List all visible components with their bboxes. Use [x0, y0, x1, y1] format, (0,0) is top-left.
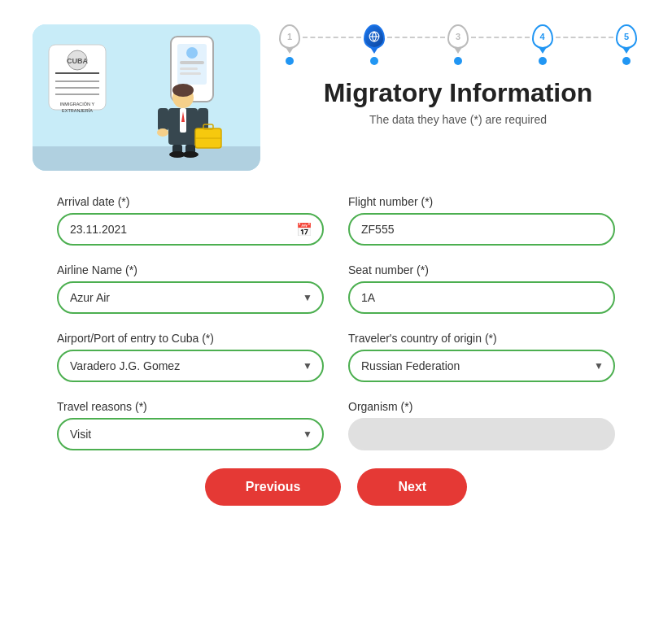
- step-4-dot: [539, 57, 547, 65]
- airport-select-wrapper: Varadero J.G. Gomez Havana José Martí Ho…: [57, 350, 324, 382]
- travel-reasons-label: Travel reasons (*): [57, 400, 324, 413]
- form-row-2: Airline Name (*) Azur Air Aeroflot S7 Ai…: [57, 263, 615, 314]
- form-row-1: Arrival date (*) 📅 Flight number (*): [57, 195, 615, 246]
- illustration: CUBA INMIGRACIÓN Y EXTRANJERÍA: [33, 24, 260, 171]
- page-wrapper: CUBA INMIGRACIÓN Y EXTRANJERÍA: [0, 0, 672, 635]
- svg-rect-16: [180, 67, 198, 70]
- svg-rect-2: [33, 146, 260, 171]
- seat-input[interactable]: [348, 281, 615, 314]
- travel-reasons-select-wrapper: Visit Tourism Business Study ▼: [57, 418, 324, 450]
- connector-1-2: [303, 37, 361, 38]
- connector-2-3: [387, 37, 446, 38]
- step-1: 1: [277, 24, 303, 65]
- svg-point-14: [186, 47, 198, 59]
- airport-group: Airport/Port of entry to Cuba (*) Varade…: [57, 332, 324, 382]
- country-label: Traveler's country of origin (*): [348, 332, 615, 345]
- arrival-date-wrapper: 📅: [57, 213, 324, 246]
- flight-number-input[interactable]: [348, 213, 615, 246]
- arrival-date-label: Arrival date (*): [57, 195, 324, 208]
- step-4-shape: 4: [532, 24, 553, 49]
- organism-label: Organism (*): [348, 400, 615, 413]
- step-1-pin: 1: [277, 24, 303, 54]
- seat-group: Seat number (*): [348, 263, 615, 314]
- right-content: 1: [277, 24, 639, 126]
- step-5: 5: [613, 24, 639, 65]
- step-3-pin: 3: [445, 24, 471, 54]
- connector-4-5: [556, 37, 614, 38]
- step-4-pin: 4: [530, 24, 556, 54]
- form-row-4: Travel reasons (*) Visit Tourism Busines…: [57, 400, 615, 450]
- svg-point-25: [157, 128, 168, 137]
- step-2-shape: [364, 24, 385, 49]
- step-5-pin: 5: [613, 24, 639, 54]
- step-4: 4: [530, 24, 556, 65]
- svg-rect-23: [158, 108, 168, 131]
- organism-group: Organism (*): [348, 400, 615, 450]
- country-select-wrapper: Russian Federation USA Canada Germany Fr…: [348, 350, 615, 382]
- page-title: Migratory Information: [324, 78, 593, 108]
- step-2-dot: [370, 57, 378, 65]
- step-5-dot: [622, 57, 631, 65]
- step-2: [361, 24, 387, 65]
- airport-select[interactable]: Varadero J.G. Gomez Havana José Martí Ho…: [57, 350, 324, 382]
- travel-reasons-group: Travel reasons (*) Visit Tourism Busines…: [57, 400, 324, 450]
- airport-label: Airport/Port of entry to Cuba (*): [57, 332, 324, 345]
- step-5-shape: 5: [616, 24, 637, 49]
- seat-label: Seat number (*): [348, 263, 615, 276]
- organism-input: [348, 418, 615, 450]
- form-row-3: Airport/Port of entry to Cuba (*) Varade…: [57, 332, 615, 382]
- next-button[interactable]: Next: [357, 468, 467, 506]
- page-subtitle: The data they have (*) are required: [369, 113, 547, 126]
- step-3-shape: 3: [447, 24, 469, 49]
- svg-rect-17: [180, 72, 201, 75]
- buttons-row: Previous Next: [33, 468, 639, 522]
- svg-point-33: [182, 151, 199, 158]
- svg-text:INMIGRACIÓN Y: INMIGRACIÓN Y: [60, 102, 95, 107]
- svg-rect-15: [180, 61, 204, 64]
- svg-point-19: [172, 84, 194, 97]
- airline-select[interactable]: Azur Air Aeroflot S7 Airlines Ural Airli…: [57, 281, 324, 314]
- airline-label: Airline Name (*): [57, 263, 324, 276]
- country-group: Traveler's country of origin (*) Russian…: [348, 332, 615, 382]
- arrival-date-input[interactable]: [57, 213, 324, 246]
- step-2-pin: [361, 24, 387, 54]
- svg-text:CUBA: CUBA: [67, 57, 88, 65]
- form-section: Arrival date (*) 📅 Flight number (*) Air…: [33, 195, 639, 450]
- arrival-date-group: Arrival date (*) 📅: [57, 195, 324, 246]
- step-3: 3: [445, 24, 471, 65]
- svg-text:EXTRANJERÍA: EXTRANJERÍA: [62, 108, 93, 113]
- flight-number-group: Flight number (*): [348, 195, 615, 246]
- flight-number-label: Flight number (*): [348, 195, 615, 208]
- step-1-shape: 1: [279, 24, 300, 49]
- connector-3-4: [471, 37, 530, 38]
- top-section: CUBA INMIGRACIÓN Y EXTRANJERÍA: [33, 24, 639, 171]
- previous-button[interactable]: Previous: [205, 468, 342, 506]
- travel-reasons-select[interactable]: Visit Tourism Business Study: [57, 418, 324, 450]
- steps-container: 1: [277, 24, 639, 65]
- step-1-dot: [286, 57, 294, 65]
- country-select[interactable]: Russian Federation USA Canada Germany Fr…: [348, 350, 615, 382]
- airline-select-wrapper: Azur Air Aeroflot S7 Airlines Ural Airli…: [57, 281, 324, 314]
- step-3-dot: [454, 57, 462, 65]
- airline-group: Airline Name (*) Azur Air Aeroflot S7 Ai…: [57, 263, 324, 314]
